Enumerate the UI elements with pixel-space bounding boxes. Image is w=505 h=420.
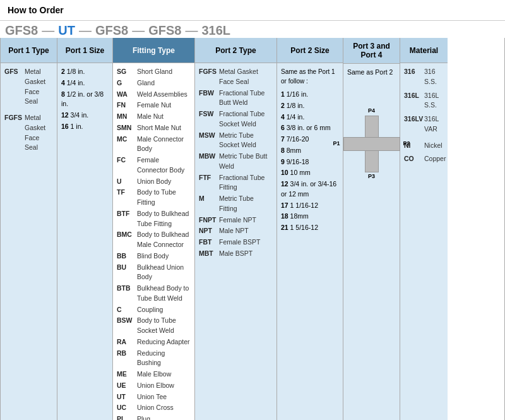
list-item: FNPT Female NPT: [199, 215, 273, 225]
list-item: 6 3/8 in. or 6 mm: [281, 123, 339, 133]
list-item: 17 1 1/16-12: [281, 201, 339, 211]
p2-label: P2: [403, 140, 410, 148]
list-item: UC Union Cross: [117, 403, 191, 413]
list-item: TF Body to Tube Fitting: [117, 188, 191, 208]
col-port1type: Port 1 Type GFS Metal Gasket Face Seal F…: [1, 38, 57, 420]
col-fitting-header: Fitting Type: [113, 38, 194, 63]
col-material-body: 316 316 S.S. 316L 316L S.S. 316LV 316L V…: [400, 63, 448, 420]
list-item: 316L 316L S.S.: [404, 91, 444, 111]
page-title: How to Order: [0, 0, 505, 21]
model-gfs8-2: GFS8: [95, 23, 128, 38]
list-item: 1 1/16 in.: [281, 90, 339, 100]
list-item: 4 1/4 in.: [61, 78, 109, 88]
model-ut: UT: [58, 23, 75, 38]
list-item: FGFS Metal Gasket Face Seal: [199, 67, 273, 87]
list-item: 12 3/4 in. or 3/4-16 or 12 mm: [281, 179, 339, 200]
model-bar: GFS8 — UT — GFS8 — GFS8 — 316L: [0, 21, 505, 38]
list-item: UE Union Elbow: [117, 381, 191, 391]
list-item: SG Short Gland: [117, 67, 191, 77]
dash-3: —: [132, 23, 145, 38]
port2size-intro: Same as the Port 1 or follow :: [281, 67, 339, 86]
list-item: 2 1/8 in.: [281, 101, 339, 111]
list-item: FTF Fractional Tube Fitting: [199, 173, 273, 193]
list-item: MBW Metric Tube Butt Weld: [199, 152, 273, 172]
col-material-header: Material: [400, 38, 448, 63]
model-gfs8-3: GFS8: [148, 23, 181, 38]
list-item: CO Copper: [404, 154, 444, 164]
list-item: 18 18mm: [281, 212, 339, 222]
list-item: 10 10 mm: [281, 168, 339, 178]
list-item: G Gland: [117, 78, 191, 88]
col-port1size-header: Port 1 Size: [57, 38, 112, 63]
p1-label: P1: [333, 140, 340, 148]
model-gfs8-1: GFS8: [5, 23, 38, 38]
list-item: RA Reducing Adapter: [117, 337, 191, 347]
list-item: PL Plug: [117, 414, 191, 420]
list-item: MSW Metric Tube Socket Weld: [199, 131, 273, 151]
code-fgfs: FGFS: [4, 113, 25, 153]
p4-label: P4: [368, 107, 375, 116]
list-item: FSW Fractional Tube Socket Weld: [199, 109, 273, 129]
list-item: FC Female Connector Body: [117, 155, 191, 176]
col-port2size: Port 2 Size Same as the Port 1 or follow…: [277, 38, 343, 420]
desc-gfs: Metal Gasket Face Seal: [25, 67, 53, 107]
list-item: FGFS Metal Gasket Face Seal: [4, 113, 53, 153]
port34-intro: Same as Port 2: [347, 68, 396, 78]
diagram-container: P4 P1 P2 P3: [347, 116, 396, 172]
list-item: WA Weld Assemblies: [117, 90, 191, 100]
cross-horizontal: [343, 137, 400, 151]
dash-1: —: [42, 23, 54, 38]
list-item: M Metric Tube Fitting: [199, 194, 273, 214]
col-port34-body: Same as Port 2 P4 P1 P2 P3: [343, 64, 400, 420]
list-item: SMN Short Male Nut: [117, 123, 191, 133]
list-item: NPT Male NPT: [199, 226, 273, 236]
list-item: 2 1/8 in.: [61, 67, 109, 77]
list-item: 316 316 S.S.: [404, 67, 444, 87]
list-item: FBT Female BSPT: [199, 237, 273, 248]
p3-label: P3: [368, 172, 375, 181]
list-item: FBW Fractional Tube Butt Weld: [199, 88, 273, 109]
col-port2type-header: Port 2 Type: [195, 38, 276, 63]
list-item: BMC Body to Bulkhead Male Connector: [117, 230, 191, 250]
list-item: MBT Male BSPT: [199, 249, 273, 259]
list-item: MN Male Nut: [117, 112, 191, 122]
list-item: GFS Metal Gasket Face Seal: [4, 67, 53, 107]
col-port2type: Port 2 Type FGFS Metal Gasket Face Seal …: [195, 38, 277, 420]
col-port1size: Port 1 Size 2 1/8 in. 4 1/4 in. 8 1/2 in…: [57, 38, 113, 420]
main-table: Port 1 Type GFS Metal Gasket Face Seal F…: [0, 38, 505, 420]
list-item: BSW Body to Tube Socket Weld: [117, 316, 191, 336]
code-gfs: GFS: [4, 67, 25, 107]
list-item: FN Female Nut: [117, 100, 191, 111]
desc-fgfs: Metal Gasket Face Seal: [25, 113, 53, 153]
list-item: 12 3/4 in.: [61, 111, 109, 121]
list-item: RB Reducing Bushing: [117, 349, 191, 369]
list-item: 21 1 5/16-12: [281, 223, 339, 233]
list-item: 16 1 in.: [61, 122, 109, 132]
list-item: 7 7/16-20: [281, 135, 339, 145]
col-material: Material 316 316 S.S. 316L 316L S.S. 316…: [400, 38, 448, 420]
dash-4: —: [185, 23, 198, 38]
col-port34: Port 3 and Port 4 Same as Port 2 P4 P1 P…: [343, 38, 400, 420]
col-port1type-body: GFS Metal Gasket Face Seal FGFS Metal Ga…: [1, 63, 57, 420]
col-fitting: Fitting Type SG Short Gland G Gland WA W…: [113, 38, 195, 420]
list-item: 9 9/16-18: [281, 157, 339, 167]
list-item: BU Bulkhead Union Body: [117, 263, 191, 283]
list-item: C Coupling: [117, 305, 191, 315]
list-item: BTF Body to Bulkhead Tube Fitting: [117, 209, 191, 229]
col-port34-header: Port 3 and Port 4: [343, 38, 400, 64]
col-port2size-header: Port 2 Size: [277, 38, 343, 63]
list-item: 4 1/4 in.: [281, 112, 339, 123]
list-item: 8 8mm: [281, 146, 339, 156]
col-fitting-body: SG Short Gland G Gland WA Weld Assemblie…: [113, 63, 194, 420]
cross-diagram: P4 P1 P2 P3: [343, 116, 400, 172]
model-316l: 316L: [201, 23, 230, 38]
col-port2size-body: Same as the Port 1 or follow : 1 1/16 in…: [277, 63, 343, 420]
col-port1type-header: Port 1 Type: [1, 38, 57, 63]
list-item: MC Male Connector Body: [117, 135, 191, 155]
list-item: UT Union Tee: [117, 392, 191, 402]
dash-2: —: [79, 23, 92, 38]
list-item: ME Male Elbow: [117, 369, 191, 380]
list-item: U Union Body: [117, 177, 191, 187]
list-item: BTB Bulkhead Body to Tube Butt Weld: [117, 284, 191, 304]
col-port1size-body: 2 1/8 in. 4 1/4 in. 8 1/2 in. or 3/8 in.…: [57, 63, 112, 420]
